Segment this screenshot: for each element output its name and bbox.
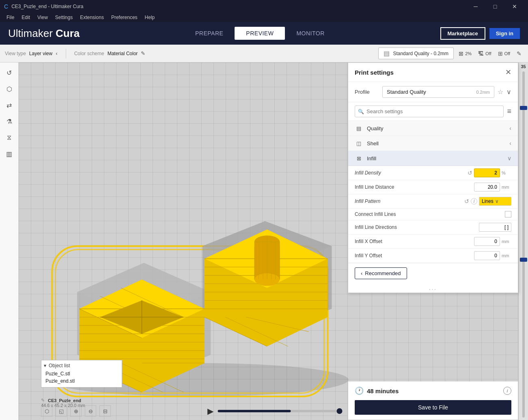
tool-layer[interactable]: ▥ [2, 147, 16, 161]
object-item-0[interactable]: Puzle_C.stl [44, 370, 119, 377]
infill-y-offset-ctrl: mm [474, 251, 511, 260]
quality-category[interactable]: ▤ Quality ‹ [348, 121, 518, 136]
tool-mirror[interactable]: ⚗ [2, 114, 16, 128]
object-item-1[interactable]: Puzle_end.stl [44, 377, 119, 385]
color-scheme-edit[interactable]: ✎ [141, 50, 145, 56]
left-toolbar: ↺ ⬡ ⇄ ⚗ ⧖ ▥ [0, 62, 19, 420]
layer-slider-bottom-thumb[interactable] [520, 258, 527, 262]
profile-label: Profile [355, 89, 379, 95]
menu-edit[interactable]: Edit [18, 14, 33, 21]
search-settings-input[interactable] [355, 106, 504, 117]
infill-pattern-info[interactable]: i [471, 198, 477, 205]
support-toggle[interactable]: 🏗 Off [476, 49, 493, 58]
infill-cat-left: ⊠ Infill [355, 154, 376, 162]
close-button[interactable]: ✕ [505, 0, 524, 13]
object-list-chevron: ▾ [44, 363, 46, 368]
adhesion-toggle[interactable]: ⊞ Off [496, 49, 512, 58]
layer-number: 35 [521, 64, 526, 69]
infill-line-distance-input[interactable] [474, 183, 500, 192]
quality-cat-left: ▤ Quality [355, 124, 383, 132]
infill-x-offset-input[interactable] [474, 237, 500, 246]
profile-chevron-button[interactable]: ∨ [506, 88, 511, 96]
quality-chevron: ‹ [509, 125, 511, 131]
shell-category[interactable]: ◫ Shell ‹ [348, 136, 518, 151]
tool-support[interactable]: ⧖ [2, 131, 16, 144]
infill-pattern-reset[interactable]: ↺ [464, 198, 469, 205]
view-type-section: View type Layer view ‹ [5, 50, 58, 56]
layer-slider-top-thumb[interactable] [520, 106, 527, 110]
settings-menu-button[interactable]: ≡ [507, 107, 511, 116]
menu-view[interactable]: View [34, 14, 51, 21]
support-icon: 🏗 [478, 50, 484, 57]
infill-section: ⊠ Infill ∨ Infill Density ↺ % In [348, 151, 518, 263]
recommended-button[interactable]: ‹ Recommended [355, 267, 407, 279]
infill-pattern-dropdown[interactable]: Lines ∨ [479, 197, 511, 206]
tool-rotate[interactable]: ⇄ [2, 98, 16, 112]
app-header: Ultimaker Cura PREPARE PREVIEW MONITOR M… [0, 22, 528, 45]
infill-pattern-ctrl: ↺ i Lines ∨ [464, 197, 511, 206]
model-icon-5[interactable]: ⊟ [99, 405, 111, 417]
nav-preview[interactable]: PREVIEW [235, 27, 285, 40]
search-icon: 🔍 [358, 109, 364, 114]
nav-prepare[interactable]: PREPARE [184, 27, 235, 40]
quality-label: Quality [367, 125, 383, 131]
view-type-chevron[interactable]: ‹ [56, 50, 57, 56]
profile-select[interactable]: Standard Quality 0.2mm [382, 86, 494, 98]
model-icon-1[interactable]: ⬡ [41, 405, 52, 417]
layer-slider-track[interactable] [522, 71, 525, 418]
save-to-file-button[interactable]: Save to File [355, 400, 511, 415]
layer-progress-bar[interactable] [218, 410, 339, 412]
restore-button[interactable]: □ [486, 0, 504, 13]
infill-category[interactable]: ⊠ Infill ∨ [348, 151, 518, 166]
time-info: 🕐 48 minutes [355, 386, 399, 395]
adhesion-label: Off [504, 51, 510, 56]
model-icon-4[interactable]: ⊖ [85, 405, 96, 417]
tool-move[interactable]: ↺ [2, 66, 16, 80]
infill-pattern-value: Lines [482, 198, 494, 204]
time-info-button[interactable]: i [503, 387, 511, 395]
menu-settings[interactable]: Settings [52, 14, 76, 21]
model-action-icons: ⬡ ◱ ⊕ ⊖ ⊟ [41, 405, 111, 417]
marketplace-button[interactable]: Marketplace [440, 27, 485, 40]
shell-cat-left: ◫ Shell [355, 139, 379, 147]
profile-star-button[interactable]: ☆ [498, 88, 503, 96]
nav-tabs: PREPARE PREVIEW MONITOR [184, 27, 336, 40]
model-icon-2[interactable]: ◱ [56, 405, 67, 417]
save-area: 🕐 48 minutes i Save to File [348, 381, 518, 420]
minimize-button[interactable]: ─ [466, 0, 485, 13]
menu-help[interactable]: Help [142, 14, 158, 21]
tool-scale[interactable]: ⬡ [2, 82, 16, 96]
color-scheme-label: Color scheme [74, 51, 104, 56]
print-panel-close[interactable]: ✕ [505, 68, 511, 77]
infill-toggle[interactable]: ⊠ 2% [457, 49, 473, 58]
menu-file[interactable]: File [3, 14, 17, 21]
infill-x-offset-row: Infill X Offset mm [348, 235, 518, 249]
infill-density-input[interactable] [474, 168, 500, 177]
play-button[interactable]: ▶ [207, 406, 213, 416]
settings-pencil[interactable]: ✎ [515, 49, 523, 58]
infill-density-unit: % [502, 170, 511, 175]
object-list-header[interactable]: ▾ Object list [44, 363, 119, 368]
progress-fill [218, 410, 291, 412]
support-label: Off [485, 51, 491, 56]
infill-y-offset-input[interactable] [474, 251, 500, 260]
3d-viewport[interactable]: ▾ Object list Puzle_C.stl Puzle_end.stl … [19, 62, 528, 420]
print-settings-panel: Print settings ✕ Profile Standard Qualit… [348, 62, 518, 293]
connect-infill-checkbox[interactable] [505, 211, 511, 218]
view-type-value: Layer view [29, 51, 52, 56]
infill-density-ctrl: ↺ % [468, 168, 511, 177]
infill-line-distance-label: Infill Line Distance [355, 184, 474, 190]
infill-pattern-chevron: ∨ [495, 198, 499, 204]
menu-extensions[interactable]: Extensions [77, 14, 107, 21]
infill-density-reset[interactable]: ↺ [468, 170, 472, 176]
infill-line-dir-input[interactable] [479, 223, 511, 232]
signin-button[interactable]: Sign in [489, 28, 520, 39]
infill-chevron: ∨ [507, 155, 511, 162]
infill-line-dir-ctrl [479, 223, 511, 232]
progress-thumb[interactable] [336, 408, 342, 414]
print-panel-header: Print settings ✕ [348, 63, 518, 82]
model-icon-3[interactable]: ⊕ [70, 405, 82, 417]
nav-monitor[interactable]: MONITOR [285, 27, 336, 40]
object-list-label: Object list [49, 363, 70, 368]
menu-preferences[interactable]: Preferences [108, 14, 141, 21]
